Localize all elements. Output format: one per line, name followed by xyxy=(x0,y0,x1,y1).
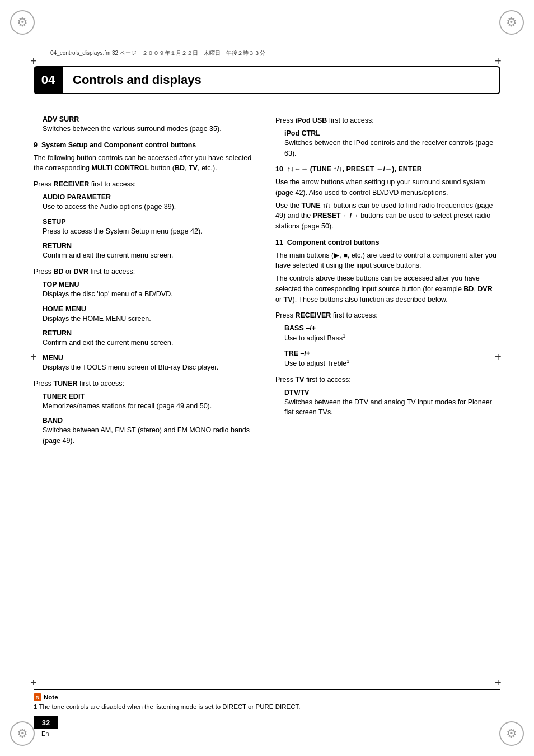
chapter-number: 04 xyxy=(34,66,63,94)
setup-heading: SETUP xyxy=(34,218,259,226)
dtv-tv-heading: DTV/TV xyxy=(275,389,500,396)
right-column: Press iPod USB first to access: iPod CTR… xyxy=(275,112,500,655)
return2-heading: RETURN xyxy=(34,329,259,337)
return1-heading: RETURN xyxy=(34,242,259,250)
system-setup-body: The following button controls can be acc… xyxy=(34,153,259,174)
home-menu-heading: HOME MENU xyxy=(34,305,259,313)
note-icon: N xyxy=(34,693,41,701)
section-tre: TRE –/+ Use to adjust Treble1 xyxy=(275,349,500,369)
main-content: ADV SURR Switches between the various su… xyxy=(34,112,500,655)
press-tuner-line: Press TUNER first to access: xyxy=(34,379,259,389)
arrow-buttons-body2: Use the TUNE ↑/↓ buttons can be used to … xyxy=(275,200,500,232)
chapter-header: 04 Controls and displays xyxy=(34,66,500,94)
return1-body: Confirm and exit the current menu screen… xyxy=(34,250,259,261)
press-bd-dvr-line: Press BD or DVR first to access: xyxy=(34,267,259,277)
adv-surr-body: Switches between the various surround mo… xyxy=(34,124,259,134)
section-bass: BASS –/+ Use to adjust Bass1 xyxy=(275,324,500,344)
section-band: BAND Switches between AM, FM ST (stereo)… xyxy=(34,417,259,446)
corner-decoration-tl: ⚙ xyxy=(10,10,35,35)
menu-body: Displays the TOOLS menu screen of Blu-ra… xyxy=(34,362,259,373)
section-return1: RETURN Confirm and exit the current menu… xyxy=(34,242,259,261)
section-component-control: 11 Component control buttons The main bu… xyxy=(275,237,500,305)
tuner-edit-body: Memorizes/names stations for recall (pag… xyxy=(34,401,259,412)
note-label: Note xyxy=(44,694,58,701)
note-area: N Note 1 The tone controls are disabled … xyxy=(34,689,500,711)
arrow-buttons-heading: 10 ↑↓←→ (TUNE ↑/↓, PRESET ←/→), ENTER xyxy=(275,164,500,175)
press-receiver-line: Press RECEIVER first to access: xyxy=(34,179,259,190)
section-home-menu: HOME MENU Displays the HOME MENU screen. xyxy=(34,305,259,324)
chapter-title-box: Controls and displays xyxy=(63,66,500,94)
chapter-title: Controls and displays xyxy=(73,73,202,87)
crosshair-bottom-right xyxy=(494,679,504,689)
bass-heading: BASS –/+ xyxy=(275,324,500,332)
tuner-edit-heading: TUNER EDIT xyxy=(34,393,259,400)
section-return2: RETURN Confirm and exit the current menu… xyxy=(34,329,259,348)
note-title: N Note xyxy=(34,693,500,701)
system-setup-number-heading: 9 System Setup and Component control but… xyxy=(34,140,259,151)
bass-body: Use to adjust Bass1 xyxy=(275,333,500,344)
section-top-menu: TOP MENU Displays the disc 'top' menu of… xyxy=(34,281,259,300)
corner-decoration-bl: ⚙ xyxy=(10,721,35,746)
home-menu-body: Displays the HOME MENU screen. xyxy=(34,314,259,324)
left-column: ADV SURR Switches between the various su… xyxy=(34,112,259,655)
ipod-ctrl-heading: iPod CTRL xyxy=(275,129,500,137)
dtv-tv-body: Switches between the DTV and analog TV i… xyxy=(275,397,500,418)
ipod-ctrl-body: Switches between the iPod controls and t… xyxy=(275,138,500,159)
section-tuner-edit: TUNER EDIT Memorizes/names stations for … xyxy=(34,393,259,412)
corner-decoration-br: ⚙ xyxy=(499,721,524,746)
press-tv-line: Press TV first to access: xyxy=(275,375,500,385)
page-language: En xyxy=(41,730,49,737)
setup-body: Press to access the System Setup menu (p… xyxy=(34,226,259,237)
tre-body: Use to adjust Treble1 xyxy=(275,358,500,369)
component-control-body1: The main buttons (▶, ■, etc.) are used t… xyxy=(275,250,500,272)
adv-surr-heading: ADV SURR xyxy=(34,115,259,123)
menu-heading: MENU xyxy=(34,354,259,362)
note-text: 1 The tone controls are disabled when th… xyxy=(34,702,500,711)
band-heading: BAND xyxy=(34,417,259,424)
corner-decoration-tr: ⚙ xyxy=(499,10,524,35)
arrow-buttons-body1: Use the arrow buttons when setting up yo… xyxy=(275,177,500,198)
audio-parameter-heading: AUDIO PARAMETER xyxy=(34,193,259,201)
section-arrow-buttons: 10 ↑↓←→ (TUNE ↑/↓, PRESET ←/→), ENTER Us… xyxy=(275,164,500,232)
crosshair-bottom-left xyxy=(30,679,40,689)
page-number-box: 32 xyxy=(34,716,58,729)
section-system-setup: 9 System Setup and Component control but… xyxy=(34,140,259,174)
section-setup: SETUP Press to access the System Setup m… xyxy=(34,218,259,237)
top-menu-body: Displays the disc 'top' menu of a BD/DVD… xyxy=(34,289,259,300)
press-ipod-usb-line: Press iPod USB first to access: xyxy=(275,115,500,126)
tre-heading: TRE –/+ xyxy=(275,349,500,357)
section-ipod-ctrl: iPod CTRL Switches between the iPod cont… xyxy=(275,129,500,159)
component-control-body2: The controls above these buttons can be … xyxy=(275,273,500,305)
press-receiver2-line: Press RECEIVER first to access: xyxy=(275,310,500,321)
component-control-heading: 11 Component control buttons xyxy=(275,237,500,248)
section-dtv-tv: DTV/TV Switches between the DTV and anal… xyxy=(275,389,500,418)
section-adv-surr: ADV SURR Switches between the various su… xyxy=(34,115,259,134)
audio-parameter-body: Use to access the Audio options (page 39… xyxy=(34,202,259,212)
file-info: 04_controls_displays.fm 32 ページ ２００９年１月２２… xyxy=(50,49,265,57)
section-audio-parameter: AUDIO PARAMETER Use to access the Audio … xyxy=(34,193,259,212)
return2-body: Confirm and exit the current menu screen… xyxy=(34,338,259,348)
top-menu-heading: TOP MENU xyxy=(34,281,259,288)
band-body: Switches between AM, FM ST (stereo) and … xyxy=(34,425,259,446)
section-menu: MENU Displays the TOOLS menu screen of B… xyxy=(34,354,259,373)
